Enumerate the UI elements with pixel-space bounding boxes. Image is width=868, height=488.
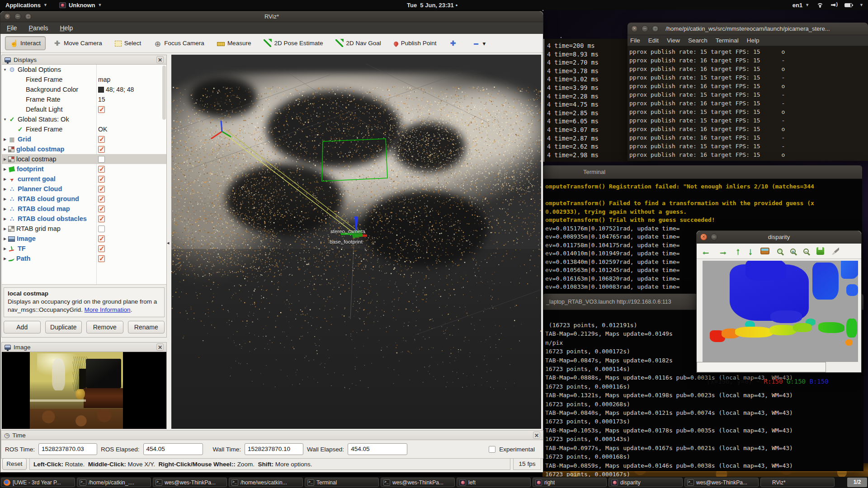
expander-icon[interactable]: ▼ <box>2 117 8 122</box>
tool-button[interactable]: Publish Point <box>389 37 442 50</box>
disparity-image[interactable] <box>703 261 858 362</box>
display-row[interactable]: ▶ Image <box>2 234 166 244</box>
expander-icon[interactable]: ▶ <box>2 187 8 191</box>
tool-button[interactable]: Focus Camera <box>149 36 209 50</box>
display-row[interactable]: ▶ Grid <box>2 134 166 144</box>
menu-item[interactable]: File <box>7 24 17 32</box>
close-icon[interactable]: ✕ <box>156 56 164 63</box>
display-checkbox[interactable] <box>98 136 105 143</box>
time-panel-header[interactable]: Time ✕ <box>1 431 543 440</box>
display-row[interactable]: Default Light <box>2 104 166 114</box>
battery-icon[interactable] <box>844 3 852 7</box>
expander-icon[interactable]: ▶ <box>2 197 8 201</box>
taskbar-window-button[interactable]: RViz* <box>760 478 835 487</box>
image-panel-header[interactable]: Image ✕ <box>2 343 166 352</box>
expander-icon[interactable]: ▶ <box>2 207 8 211</box>
taskbar-window-button[interactable]: right <box>533 478 607 487</box>
display-row[interactable]: Fixed Frame OK <box>2 124 166 134</box>
close-icon[interactable]: ✕ <box>533 432 540 439</box>
taskbar-window-button[interactable]: wes@wes-ThinkPa... <box>153 478 227 487</box>
expander-icon[interactable]: ▶ <box>2 217 8 221</box>
forward-icon[interactable]: → <box>718 247 728 256</box>
display-row[interactable]: ▶ local costmap <box>2 154 166 164</box>
display-checkbox[interactable] <box>98 176 105 183</box>
down-icon[interactable]: ↓ <box>748 247 753 256</box>
back-icon[interactable]: ← <box>701 247 711 256</box>
add-button[interactable]: Add <box>4 321 41 333</box>
zoom-in-icon[interactable]: + <box>790 249 796 254</box>
expander-icon[interactable]: ▶ <box>2 147 8 151</box>
display-row[interactable]: Fixed Frame map <box>2 75 166 84</box>
terminal-window-picamera[interactable]: ✕ ─ ▢ /home/pi/catkin_ws/src/mmstereocam… <box>627 23 868 161</box>
wall-time-field[interactable]: 1528237870.10 <box>245 443 303 455</box>
close-icon[interactable]: ✕ <box>700 234 707 240</box>
expander-icon[interactable]: ▶ <box>2 227 8 231</box>
ros-elapsed-field[interactable]: 454.05 <box>143 443 203 455</box>
display-row[interactable]: ▶ RTAB cloud map <box>2 204 166 214</box>
display-checkbox[interactable] <box>98 216 105 222</box>
close-icon[interactable]: ✕ <box>4 13 11 20</box>
expander-icon[interactable]: ▶ <box>2 257 8 261</box>
display-checkbox[interactable] <box>98 146 105 153</box>
display-row[interactable]: Frame Rate 15 <box>2 94 166 104</box>
clock[interactable]: Tue 5 Jun, 23:31 ● <box>407 2 458 9</box>
taskbar-window-button[interactable]: disparity <box>609 478 683 487</box>
minimize-icon[interactable]: ─ <box>642 25 648 32</box>
duplicate-button[interactable]: Duplicate <box>45 321 82 333</box>
display-row[interactable]: ▶ RTAB grid map <box>2 224 166 234</box>
workspace-switcher[interactable]: 1/2 <box>847 478 867 487</box>
display-row[interactable]: ▶ footprint <box>2 164 166 174</box>
taskbar-window-button[interactable]: wes@wes-ThinkPa... <box>381 478 455 487</box>
display-row[interactable]: ▼ Global Options <box>2 65 166 75</box>
property-value[interactable]: map <box>98 76 110 83</box>
remove-button[interactable]: Remove <box>86 321 123 333</box>
menu-item[interactable]: View <box>667 37 680 44</box>
expander-icon[interactable]: ▶ <box>2 237 8 241</box>
close-icon[interactable]: ✕ <box>156 343 164 351</box>
display-checkbox[interactable] <box>98 225 105 232</box>
taskbar-window-button[interactable]: left <box>457 478 531 487</box>
tool-button[interactable]: Interact <box>5 36 46 50</box>
menu-item[interactable]: Search <box>688 37 708 44</box>
property-value[interactable]: 48; 48; 48 <box>106 86 134 93</box>
displays-panel[interactable]: Displays ✕ ▼ Global Options <box>1 55 167 338</box>
display-checkbox[interactable] <box>98 156 105 163</box>
rviz-titlebar[interactable]: ✕ ─ ▢ RViz* <box>0 11 543 22</box>
keyboard-layout-indicator[interactable]: en1 ▼ <box>793 2 809 9</box>
wifi-icon[interactable] <box>816 3 824 8</box>
brush-icon[interactable] <box>832 248 839 255</box>
taskbar-window-button[interactable]: wes@wes-ThinkPa... <box>684 478 759 487</box>
wall-elapsed-field[interactable]: 454.05 <box>348 443 407 455</box>
tool-button[interactable]: Select <box>110 37 146 50</box>
terminal-titlebar[interactable]: Terminal <box>542 165 862 179</box>
expander-icon[interactable]: ▶ <box>2 177 8 181</box>
display-checkbox[interactable] <box>98 196 105 202</box>
chevron-down-icon[interactable]: ▼ <box>859 3 863 7</box>
close-icon[interactable]: ✕ <box>631 25 638 32</box>
taskbar-window-button[interactable]: [UWE - 3rd Year P... <box>1 478 75 487</box>
terminal-titlebar[interactable]: ✕ ─ ▢ /home/pi/catkin_ws/src/mmstereocam… <box>627 23 868 35</box>
rename-button[interactable]: Rename <box>128 321 165 333</box>
display-row[interactable]: ▶ RTAB cloud ground <box>2 194 166 204</box>
tool-button[interactable]: 2D Pose Estimate <box>259 36 328 50</box>
property-value[interactable]: OK <box>98 126 107 133</box>
display-checkbox[interactable] <box>98 106 105 113</box>
menu-item[interactable]: Help <box>60 24 73 32</box>
tool-button[interactable]: ▾ <box>467 36 491 50</box>
rviz-3d-view[interactable]: stereo_camera base_footprint <box>171 55 541 429</box>
taskbar-window-button[interactable]: /home/wes/catkin... <box>229 478 303 487</box>
display-row[interactable]: Background Color 48; 48; 48 <box>2 84 166 94</box>
display-row[interactable]: ▶ global costmap <box>2 144 166 154</box>
display-checkbox[interactable] <box>98 255 105 262</box>
menu-item[interactable]: Terminal <box>716 37 739 44</box>
menu-item[interactable]: Panels <box>29 24 48 32</box>
up-icon[interactable]: ↑ <box>736 247 741 256</box>
experimental-checkbox[interactable] <box>489 446 495 453</box>
maximize-icon[interactable]: ▢ <box>25 13 32 20</box>
tool-button[interactable] <box>444 36 465 50</box>
expander-icon[interactable]: ▶ <box>2 167 8 171</box>
expander-icon[interactable]: ▼ <box>2 68 8 72</box>
display-row[interactable]: ▶ RTAB cloud obstacles <box>2 214 166 224</box>
reset-button[interactable]: Reset <box>2 458 27 470</box>
display-checkbox[interactable] <box>98 245 105 252</box>
